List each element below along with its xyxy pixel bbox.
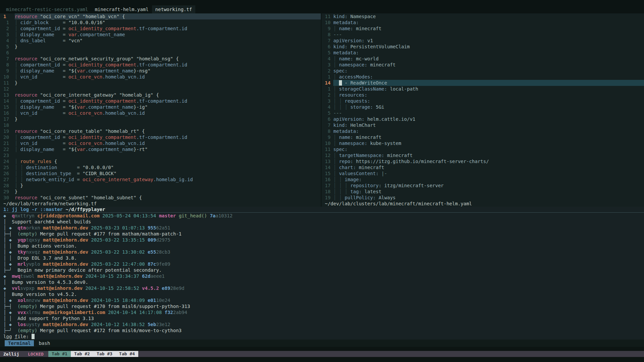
code-line: 10 │ vcn_id = oci_core_vcn.homelab_vcn.i… <box>3 74 321 80</box>
line-number: 14 <box>325 164 333 170</box>
jj-log-line: ├─┤ (empty) Merge pull request #177 from… <box>3 231 644 237</box>
terminal-prompt[interactable]: log file: <box>3 333 644 340</box>
terminal-title: 1: jj log -r ::master ~/d/ffpyplayer <box>3 207 644 213</box>
code-line: 26 │ │ destination_type = "CIDR_BLOCK" <box>3 170 321 176</box>
code-line: 6 kind: PersistentVolumeClaim <box>325 44 644 50</box>
zellij-status-bar: Zellij LOCKED Tab #1Tab #2Tab #3Tab #4 <box>0 351 644 357</box>
code-line: 4 │ │ │ storage: 5Gi <box>325 104 644 110</box>
line-number: 2 <box>325 92 333 98</box>
line-number: 9 <box>3 68 15 74</box>
code-line: 14 │ compartment_id = oci_identity_compa… <box>3 98 321 104</box>
jj-log-line: │ Bump version to 4.5.3.dev0. <box>3 279 644 285</box>
code-line: 2 spec: <box>325 68 644 74</box>
line-number: 3 <box>325 98 333 104</box>
line-number: 14 <box>3 98 15 104</box>
line-number: 16 <box>3 110 15 116</box>
line-number: 19 <box>325 195 333 201</box>
line-number: 28 <box>3 183 15 189</box>
line-number: 11 <box>3 80 15 86</box>
statusline-left-path: ~/dev/lab/terraform/networking.tf <box>3 201 97 207</box>
line-number: 2 <box>3 25 15 32</box>
line-number: 19 <box>3 128 15 134</box>
buffer-tab-minecraft-helm.yaml[interactable]: minecraft-helm.yaml <box>91 5 152 13</box>
line-number: 17 <box>3 116 15 122</box>
terminal-pane[interactable]: 1: jj log -r ::master ~/d/ffpyplayer ◆ q… <box>0 207 644 340</box>
zellij-tab-2[interactable]: Tab #2 <box>71 351 93 357</box>
code-line: 21 │ vcn_id = oci_core_vcn.homelab_vcn.i… <box>3 140 321 146</box>
editor-pane-yaml[interactable]: 11 kind: Namespace10 metadata: 9 │ name:… <box>321 13 644 207</box>
code-line: 7 kind: HelmChart <box>325 122 644 128</box>
code-line: 19 resource "oci_core_route_table" "home… <box>3 128 321 134</box>
line-number: 15 <box>3 104 15 110</box>
code-line: 24 │ route_rules { <box>3 158 321 164</box>
line-number: 12 <box>3 86 15 92</box>
code-line: 5 --- <box>325 110 644 116</box>
code-line: 25 │ │ destination = "0.0.0.0/0" <box>3 164 321 170</box>
jj-log-line: │ │ Bump actions version. <box>3 243 644 249</box>
editor-pane-terraform[interactable]: 1 resource "oci_core_vcn" "homelab_vcn" … <box>0 13 321 207</box>
line-number: 16 <box>325 176 333 183</box>
buffer-tab-bar: minecraft-restic-secrets.yamlminecraft-h… <box>0 0 644 13</box>
terminal-mode-bar: Terminal bash <box>0 340 644 347</box>
line-number: 15 <box>325 170 333 176</box>
code-line: 28 │ } <box>3 183 321 189</box>
line-number: 8 <box>325 32 333 38</box>
code-line: 20 │ compartment_id = oci_identity_compa… <box>3 134 321 140</box>
line-number: 11 <box>325 13 333 19</box>
statusline-right-path: ~/dev/lab/clusters/lab/minecraft/minecra… <box>325 201 472 207</box>
terminal-mode-chip[interactable]: Terminal <box>5 340 34 346</box>
code-line: 12 <box>3 86 321 92</box>
code-line: 9 │ display_name = "${var.compartment_na… <box>3 68 321 74</box>
line-number: 18 <box>3 122 15 128</box>
buffer-tab-networking.tf[interactable]: networking.tf <box>152 5 196 13</box>
line-number: 12 <box>325 152 333 158</box>
zellij-tab-4[interactable]: Tab #4 <box>116 351 138 357</box>
jj-log-line: │ ◆ vvxxlrnu me@mirkogalimberti.com 2024… <box>3 309 644 315</box>
code-line: 6 <box>3 50 321 56</box>
zellij-screen: minecraft-restic-secrets.yamlminecraft-h… <box>0 0 644 362</box>
jj-log-line: │ │ Add support for Python 3.13 <box>3 315 644 321</box>
code-line: 8 --- <box>325 32 644 38</box>
line-number: 7 <box>3 56 15 62</box>
code-line: 10 metadata: <box>325 19 644 25</box>
line-number: 22 <box>3 146 15 152</box>
code-line: 10 │ namespace: kube-system <box>325 140 644 146</box>
jj-log-line: ├─╯ (empty) Merge pull request #172 from… <box>3 327 644 333</box>
code-line: 12 │ targetNamespace: minecraft <box>325 152 644 158</box>
code-line: 17 } <box>3 116 321 122</box>
line-number: 8 <box>325 128 333 134</box>
code-line: 3 │ │ requests: <box>325 98 644 104</box>
code-line: 23 <box>3 152 321 158</box>
code-line: 2 │ compartment_id = oci_identity_compar… <box>3 25 321 32</box>
code-line: 5 } <box>3 44 321 50</box>
line-number: 26 <box>3 170 15 176</box>
jj-log-line: ├─╯ Begin new primary device after poten… <box>3 267 644 273</box>
jj-log-line: │ Bump version to v4.5.2. <box>3 291 644 297</box>
code-line: 27 │ │ network_entity_id = oci_core_inte… <box>3 176 321 183</box>
code-line: 11 spec: <box>325 146 644 152</box>
code-line: 14 │ - ReadWriteOnce <box>325 80 644 86</box>
zellij-tab-1[interactable]: Tab #1 <box>48 351 71 357</box>
code-line: 16 │ │ image: <box>325 176 644 183</box>
line-number: 1 <box>3 19 15 25</box>
line-number: 18 <box>325 189 333 195</box>
line-number: 5 <box>325 50 333 56</box>
jj-log-line: ◆ mwqtswol matt@einhorn.dev 2024-10-15 2… <box>3 273 644 279</box>
jj-log-line: │ │ Drop EOL 3.7 and 3.8. <box>3 255 644 261</box>
code-line: 9 │ name: minecraft <box>325 134 644 140</box>
buffer-tab-minecraft-restic-secrets.yaml[interactable]: minecraft-restic-secrets.yaml <box>3 5 91 13</box>
zellij-tab-3[interactable]: Tab #3 <box>93 351 116 357</box>
code-line: 5 metadata: <box>325 50 644 56</box>
jj-log-line: │ ◆ mrlyvplo matt@einhorn.dev 2025-03-22… <box>3 261 644 267</box>
code-line: 18 │ │ │ tag: latest <box>325 189 644 195</box>
line-number: 3 <box>325 62 333 68</box>
code-line: 1 │ cidr_block = "10.0.0.0/16" <box>3 19 321 25</box>
code-line: 1 resource "oci_core_vcn" "homelab_vcn" … <box>3 13 321 19</box>
code-line: 17 │ │ │ repository: itzg/minecraft-serv… <box>325 183 644 189</box>
code-line: 7 apiVersion: v1 <box>325 38 644 44</box>
line-number: 2 <box>325 68 333 74</box>
zellij-tabs: Tab #1Tab #2Tab #3Tab #4 <box>48 351 138 357</box>
line-number: 30 <box>3 195 15 201</box>
code-line: 2 │ resources: <box>325 92 644 98</box>
code-line: 13 │ repo: https://itzg.github.io/minecr… <box>325 158 644 164</box>
